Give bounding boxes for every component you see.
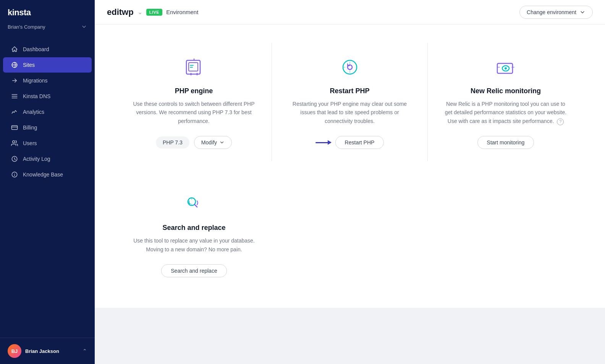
sidebar-nav: Dashboard Sites Migrations Kinsta DNS xyxy=(0,35,95,338)
knowledge-icon xyxy=(11,171,18,178)
sidebar-item-label: Billing xyxy=(23,125,37,131)
restart-php-icon xyxy=(338,55,362,79)
topbar: editwp ⌄ LIVE Environment Change environ… xyxy=(95,0,605,24)
php-engine-title: PHP engine xyxy=(175,87,213,95)
svg-rect-6 xyxy=(189,63,198,71)
company-name: Brian's Company xyxy=(8,24,45,30)
kinsta-logo: kinsta xyxy=(8,8,87,18)
search-replace-card: Search and replace Use this tool to repl… xyxy=(116,180,272,290)
sidebar-item-label: Activity Log xyxy=(23,156,50,162)
php-engine-icon xyxy=(182,55,206,79)
new-relic-actions: Start monitoring xyxy=(477,136,534,149)
restart-php-card: Restart PHP Restarting your PHP engine m… xyxy=(272,43,428,161)
restart-php-button[interactable]: Restart PHP xyxy=(335,136,384,149)
sidebar-item-analytics[interactable]: Analytics xyxy=(3,104,92,120)
sidebar: kinsta Brian's Company Dashboard Sites M… xyxy=(0,0,95,364)
chevron-up-icon: ⌃ xyxy=(82,348,87,354)
arrow-line xyxy=(315,142,331,143)
analytics-icon xyxy=(11,108,18,115)
env-badge: LIVE xyxy=(146,9,162,16)
migrations-icon xyxy=(11,77,18,84)
new-relic-icon xyxy=(493,55,518,79)
tools-panel: PHP engine Use these controls to switch … xyxy=(95,24,605,308)
new-relic-title: New Relic monitoring xyxy=(471,87,541,95)
php-engine-desc: Use these controls to switch between dif… xyxy=(131,100,256,125)
sidebar-item-label: Kinsta DNS xyxy=(23,93,50,99)
svg-point-2 xyxy=(13,141,15,143)
activity-icon xyxy=(11,155,18,162)
tools-grid-top: PHP engine Use these controls to switch … xyxy=(116,43,584,161)
restart-label: Restart PHP xyxy=(345,139,375,146)
sidebar-item-label: Analytics xyxy=(23,109,44,115)
new-relic-card: New Relic monitoring New Relic is a PHP … xyxy=(428,43,584,161)
sidebar-item-dashboard[interactable]: Dashboard xyxy=(3,42,92,57)
sidebar-item-label: Knowledge Base xyxy=(23,171,63,178)
new-relic-desc: New Relic is a PHP monitoring tool you c… xyxy=(443,100,568,125)
tools-grid-bottom: Search and replace Use this tool to repl… xyxy=(116,180,584,290)
modify-label: Modify xyxy=(201,139,217,146)
main-content: editwp ⌄ LIVE Environment Change environ… xyxy=(95,0,605,364)
chevron-down-icon xyxy=(219,140,225,145)
user-name: Brian Jackson xyxy=(25,348,59,354)
sidebar-footer: BJ Brian Jackson ⌃ xyxy=(0,338,95,364)
restart-php-title: Restart PHP xyxy=(330,87,369,95)
sidebar-item-label: Sites xyxy=(23,62,35,68)
search-replace-actions: Search and replace xyxy=(161,264,226,277)
search-replace-button[interactable]: Search and replace xyxy=(161,264,226,277)
site-chevron-icon[interactable]: ⌄ xyxy=(138,8,142,16)
site-name: editwp xyxy=(107,7,134,17)
topbar-left: editwp ⌄ LIVE Environment xyxy=(107,7,198,17)
change-environment-button[interactable]: Change environment xyxy=(519,6,593,19)
sidebar-item-billing[interactable]: Billing xyxy=(3,120,92,135)
company-selector[interactable]: Brian's Company xyxy=(8,22,87,31)
dns-icon xyxy=(11,93,18,100)
sidebar-item-knowledge-base[interactable]: Knowledge Base xyxy=(3,167,92,182)
content-area: PHP engine Use these controls to switch … xyxy=(95,24,605,364)
search-replace-desc: Use this tool to replace any value in yo… xyxy=(131,236,257,254)
sidebar-item-label: Dashboard xyxy=(23,46,49,52)
sidebar-item-kinsta-dns[interactable]: Kinsta DNS xyxy=(3,89,92,104)
chevron-down-icon xyxy=(579,9,586,15)
billing-icon xyxy=(11,124,18,131)
php-version-badge: PHP 7.3 xyxy=(156,136,189,149)
sidebar-item-activity-log[interactable]: Activity Log xyxy=(3,151,92,167)
sidebar-item-sites[interactable]: Sites xyxy=(3,57,92,73)
home-icon xyxy=(11,46,18,53)
sidebar-header: kinsta Brian's Company xyxy=(0,0,95,35)
avatar: BJ xyxy=(8,344,21,358)
search-replace-label: Search and replace xyxy=(171,268,217,274)
php-engine-actions: PHP 7.3 Modify xyxy=(156,136,232,149)
svg-point-11 xyxy=(505,67,507,70)
start-monitoring-button[interactable]: Start monitoring xyxy=(477,136,534,149)
change-env-label: Change environment xyxy=(527,9,576,15)
search-replace-title: Search and replace xyxy=(162,224,225,232)
sidebar-item-users[interactable]: Users xyxy=(3,136,92,151)
restart-php-actions: Restart PHP xyxy=(315,136,384,149)
sites-icon xyxy=(11,61,18,68)
info-icon[interactable]: ? xyxy=(557,118,564,125)
sidebar-item-label: Migrations xyxy=(23,78,48,84)
env-label: Environment xyxy=(166,9,198,15)
users-icon xyxy=(11,140,18,147)
restart-php-desc: Restarting your PHP engine may clear out… xyxy=(287,100,412,125)
modify-button[interactable]: Modify xyxy=(194,136,232,149)
start-monitoring-label: Start monitoring xyxy=(487,139,525,146)
search-replace-icon xyxy=(182,192,206,216)
php-engine-card: PHP engine Use these controls to switch … xyxy=(116,43,272,161)
sidebar-item-label: Users xyxy=(23,140,37,146)
sidebar-item-migrations[interactable]: Migrations xyxy=(3,73,92,88)
chevron-down-icon xyxy=(81,24,87,30)
user-info[interactable]: BJ Brian Jackson xyxy=(8,344,59,358)
svg-rect-1 xyxy=(12,126,18,130)
